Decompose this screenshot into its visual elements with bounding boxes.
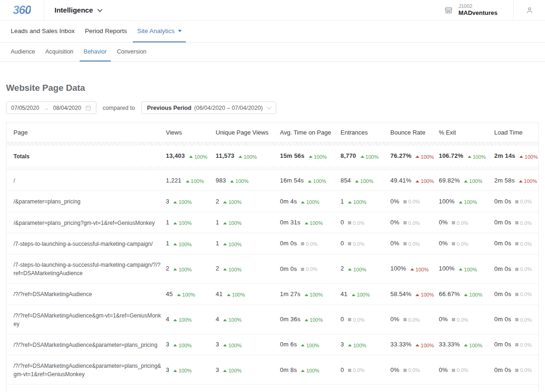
trend-change: 100%: [473, 154, 486, 160]
trend-indicator: 100%: [464, 292, 482, 297]
no-change-icon: [515, 293, 518, 296]
date-range-input[interactable]: 07/05/2020 → 08/04/2020: [6, 101, 96, 114]
trend-indicator: 100%: [464, 178, 482, 184]
account-id: J1002: [458, 3, 497, 9]
trend-up-icon: [173, 268, 177, 270]
trend-change: 100%: [306, 368, 319, 373]
neutral-indicator: 0.0%: [515, 220, 531, 226]
column-header-load-time[interactable]: Load Time: [494, 129, 538, 136]
trend-indicator: 100%: [309, 154, 327, 160]
metric-cell: 0m 0s0.0%: [494, 291, 538, 297]
tab-audience[interactable]: Audience: [7, 43, 39, 61]
neutral-indicator: 0.0%: [348, 220, 364, 226]
metric-value: 41: [216, 291, 223, 297]
page-cell: /?/?ref=DSAMarketingAudience&gm-vt=1&ref…: [7, 311, 166, 328]
page-cell: /&parameter=plans_pricing?gm-vt=1&ref=Ge…: [7, 218, 166, 227]
trend-up-icon: [223, 268, 227, 270]
tab-acquisition[interactable]: Acquisition: [41, 43, 77, 61]
trend-change: 100%: [228, 317, 241, 323]
trend-change: 0.0%: [408, 317, 420, 323]
metric-cell: 3100%: [166, 341, 216, 348]
brand-logo[interactable]: 360: [0, 0, 44, 20]
page-path: /&parameter=plans_pricing?gm-vt=1&ref=Ge…: [14, 220, 155, 226]
tab-conversion[interactable]: Conversion: [113, 43, 150, 61]
nav-item-period-reports[interactable]: Period Reports: [81, 20, 131, 42]
intelligence-menu[interactable]: Intelligence: [54, 0, 101, 20]
page-data-table: Page Views Unique Page Views Avg. Time o…: [6, 122, 539, 392]
metric-value: 58.54%: [390, 291, 411, 297]
column-header-bounce-rate[interactable]: Bounce Rate: [390, 129, 439, 136]
trend-up-icon: [348, 344, 352, 346]
metric-value: 2m 14s: [494, 152, 515, 159]
trend-change: 100%: [464, 267, 477, 272]
neutral-indicator: 0.0%: [515, 266, 531, 272]
page-path: /?/?ref=DSAMarketingAudience&parameter=p…: [14, 342, 157, 348]
trend-up-icon: [519, 155, 523, 158]
trend-up-icon: [173, 222, 177, 224]
table-row: /7-steps-to-launching-a-successful-marke…: [7, 254, 538, 283]
metric-value: 2: [166, 265, 169, 272]
metric-value: 0m 0s: [494, 366, 511, 373]
trend-indicator: 100%: [519, 178, 537, 184]
product-name: Intelligence: [54, 6, 93, 14]
trend-change: 100%: [178, 317, 191, 323]
trend-change: 100%: [525, 154, 538, 160]
trend-indicator: 100%: [177, 292, 195, 297]
metric-value: 1: [216, 240, 219, 247]
trend-indicator: 100%: [416, 343, 434, 348]
no-change-icon: [403, 221, 407, 224]
page-title: Website Page Data: [6, 83, 539, 93]
trend-indicator: 100%: [348, 343, 366, 348]
column-header-percent-exit[interactable]: % Exit: [439, 129, 494, 136]
nav-item-leads-and-sales-inbox[interactable]: Leads and Sales Inbox: [7, 20, 79, 42]
nav-item-site-analytics[interactable]: Site Analytics: [133, 20, 185, 42]
column-header-entrances[interactable]: Entrances: [341, 129, 390, 136]
trend-change: 0.0%: [408, 199, 420, 204]
column-header-page[interactable]: Page: [7, 129, 166, 136]
table-body: Totals13,403100%11,573100%15m 56s100%8,7…: [7, 142, 538, 392]
trend-change: 100%: [421, 292, 434, 297]
trend-change: 100%: [191, 178, 204, 184]
metric-value: 100%: [439, 198, 455, 205]
no-change-icon: [301, 268, 304, 271]
no-change-icon: [515, 221, 518, 224]
metric-value: 8,770: [341, 152, 356, 159]
metric-value: 0%: [390, 240, 399, 247]
trend-change: 100%: [228, 220, 241, 226]
metric-cell: 16m 54s100%: [280, 177, 341, 184]
trend-up-icon: [230, 180, 234, 182]
user-icon: [525, 6, 534, 15]
metric-cell: 45100%: [166, 291, 216, 298]
trend-change: 100%: [310, 292, 323, 297]
trend-indicator: 100%: [223, 242, 241, 247]
arrow-right-icon: →: [43, 105, 49, 111]
metric-cell: 41100%: [216, 291, 280, 298]
column-header-unique-page-views[interactable]: Unique Page Views: [216, 129, 280, 136]
trend-indicator: 100%: [186, 178, 204, 184]
trend-up-icon: [305, 294, 308, 296]
metric-cell: 00.0%: [341, 240, 390, 247]
comparison-select[interactable]: Previous Period (06/04/2020 – 07/04/2020…: [141, 101, 277, 114]
nav-label: Site Analytics: [137, 27, 174, 34]
account-switcher[interactable]: J1002 MADventures: [444, 0, 513, 20]
metric-cell: 00.0%: [341, 219, 390, 226]
table-row: /?fbclid=IwAR0234KvZ3xtT_ptSYDMEWM3H7fhV…: [7, 384, 538, 392]
metric-cell: 0m 0s0.0%: [494, 341, 538, 348]
trend-indicator: 100%: [352, 292, 370, 297]
tab-behavior[interactable]: Behavior: [80, 43, 111, 61]
metric-value: 1: [166, 219, 169, 226]
totals-separator: [7, 142, 538, 146]
neutral-indicator: 0.0%: [403, 241, 420, 247]
metric-cell: 2100%: [216, 265, 280, 272]
metric-cell: 0%0.0%: [390, 366, 439, 373]
trend-change: 0.0%: [520, 342, 531, 348]
trend-up-icon: [223, 370, 227, 372]
column-header-views[interactable]: Views: [166, 129, 216, 136]
user-menu-button[interactable]: [513, 0, 545, 20]
trend-change: 100%: [366, 154, 379, 160]
metric-cell: 1,221100%: [166, 177, 216, 184]
metric-cell: 106.72%100%: [439, 152, 494, 160]
metric-cell: 58.54%100%: [390, 291, 439, 298]
metric-value: 49.41%: [390, 177, 411, 184]
column-header-avg-time-on-page[interactable]: Avg. Time on Page: [280, 129, 341, 136]
